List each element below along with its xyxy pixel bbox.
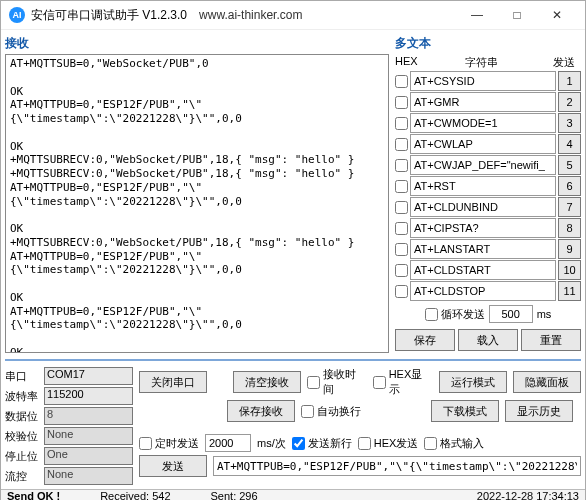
multi-hex-checkbox[interactable] [395,96,408,109]
multi-row: 1 [395,71,581,91]
status-send-ok: Send OK ! [7,490,60,500]
multi-hex-checkbox[interactable] [395,180,408,193]
multi-save-button[interactable]: 保存 [395,329,455,351]
status-received: Received: 542 [100,490,170,500]
multi-row: 2 [395,92,581,112]
databits-label: 数据位 [5,409,41,424]
timed-interval-input[interactable] [205,434,251,452]
multi-send-button[interactable]: 5 [558,155,581,175]
multi-cmd-input[interactable] [410,71,556,91]
baud-select[interactable]: 115200 [44,387,133,405]
multi-hex-checkbox[interactable] [395,159,408,172]
baud-label: 波特率 [5,389,41,404]
close-port-button[interactable]: 关闭串口 [139,371,207,393]
flow-select[interactable]: None [44,467,133,485]
recv-time-checkbox[interactable] [307,376,320,389]
auto-wrap-checkbox[interactable] [301,405,314,418]
send-text-input[interactable] [213,456,581,476]
multi-send-button[interactable]: 2 [558,92,581,112]
col-string: 字符串 [415,55,547,70]
multi-send-button[interactable]: 10 [558,260,581,280]
multi-hex-checkbox[interactable] [395,285,408,298]
multi-hex-checkbox[interactable] [395,201,408,214]
multi-cmd-input[interactable] [410,92,556,112]
col-hex: HEX [395,55,415,70]
multi-cmd-input[interactable] [410,281,556,301]
parity-label: 校验位 [5,429,41,444]
close-button[interactable]: ✕ [537,1,577,29]
multi-cmd-input[interactable] [410,113,556,133]
multi-send-button[interactable]: 4 [558,134,581,154]
multi-send-button[interactable]: 9 [558,239,581,259]
multi-cmd-input[interactable] [410,134,556,154]
multi-row: 5 [395,155,581,175]
multi-cmd-input[interactable] [410,176,556,196]
multi-send-button[interactable]: 11 [558,281,581,301]
minimize-button[interactable]: — [457,1,497,29]
multi-send-button[interactable]: 7 [558,197,581,217]
download-mode-button[interactable]: 下载模式 [431,400,499,422]
multi-row: 4 [395,134,581,154]
multi-hex-checkbox[interactable] [395,264,408,277]
multi-hex-checkbox[interactable] [395,138,408,151]
multi-label: 多文本 [395,34,581,54]
multi-hex-checkbox[interactable] [395,222,408,235]
port-select[interactable]: COM17 [44,367,133,385]
multi-load-button[interactable]: 载入 [458,329,518,351]
multi-cmd-input[interactable] [410,155,556,175]
hex-display-checkbox[interactable] [373,376,386,389]
multi-cmd-input[interactable] [410,197,556,217]
databits-select[interactable]: 8 [44,407,133,425]
multi-hex-checkbox[interactable] [395,243,408,256]
port-label: 串口 [5,369,41,384]
multi-send-button[interactable]: 6 [558,176,581,196]
send-button[interactable]: 发送 [139,455,207,477]
show-history-button[interactable]: 显示历史 [505,400,573,422]
multi-row: 7 [395,197,581,217]
stopbits-label: 停止位 [5,449,41,464]
parity-select[interactable]: None [44,427,133,445]
col-send: 发送 [547,55,581,70]
multi-row: 8 [395,218,581,238]
multi-header: HEX 字符串 发送 [395,54,581,71]
multi-send-button[interactable]: 1 [558,71,581,91]
multi-row: 11 [395,281,581,301]
maximize-button[interactable]: □ [497,1,537,29]
loop-send-checkbox[interactable] [425,308,438,321]
multi-send-button[interactable]: 3 [558,113,581,133]
multi-row: 3 [395,113,581,133]
flow-label: 流控 [5,469,41,484]
recv-textarea[interactable]: AT+MQTTSUB=0,"WebSocket/PUB",0 OK AT+MQT… [5,54,389,353]
save-recv-button[interactable]: 保存接收 [227,400,295,422]
app-window: AI 安信可串口调试助手 V1.2.3.0 www.ai-thinker.com… [0,0,586,500]
hide-panel-button[interactable]: 隐藏面板 [513,371,581,393]
format-input-checkbox[interactable] [424,437,437,450]
multi-cmd-input[interactable] [410,260,556,280]
status-bar: Send OK ! Received: 542 Sent: 296 2022-1… [1,489,585,500]
multi-hex-checkbox[interactable] [395,75,408,88]
titlebar: AI 安信可串口调试助手 V1.2.3.0 www.ai-thinker.com… [1,1,585,30]
site-url: www.ai-thinker.com [199,8,302,22]
timed-send-checkbox[interactable] [139,437,152,450]
multi-row: 10 [395,260,581,280]
loop-interval-input[interactable] [489,305,533,323]
recv-label: 接收 [5,34,389,54]
multi-row: 9 [395,239,581,259]
multi-send-button[interactable]: 8 [558,218,581,238]
app-icon: AI [9,7,25,23]
multi-cmd-input[interactable] [410,218,556,238]
multi-row: 6 [395,176,581,196]
run-mode-button[interactable]: 运行模式 [439,371,507,393]
stopbits-select[interactable]: One [44,447,133,465]
multi-hex-checkbox[interactable] [395,117,408,130]
send-newline-checkbox[interactable] [292,437,305,450]
timed-unit: ms/次 [257,436,286,451]
loop-unit: ms [537,308,552,320]
loop-send-label: 循环发送 [441,307,485,322]
multi-reset-button[interactable]: 重置 [521,329,581,351]
clear-recv-button[interactable]: 清空接收 [233,371,301,393]
multi-cmd-input[interactable] [410,239,556,259]
status-sent: Sent: 296 [211,490,258,500]
hex-send-checkbox[interactable] [358,437,371,450]
window-title: 安信可串口调试助手 V1.2.3.0 [31,7,187,24]
